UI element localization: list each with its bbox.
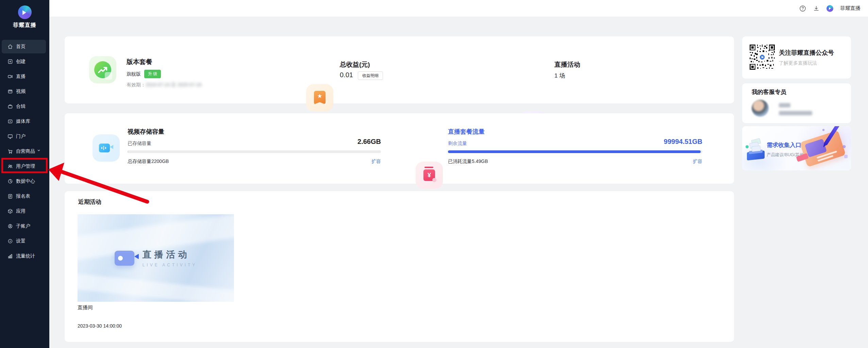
sidebar-menu: 首页 创建 直播 视频 合辑 媒体库 门户 自营商品 xyxy=(0,39,49,264)
sidebar-item-label: 视频 xyxy=(16,88,26,95)
sidebar-item-subaccount[interactable]: 子账户 xyxy=(0,219,49,234)
cover-title: 直播活动 xyxy=(143,249,197,261)
traffic-wallet-icon: ¥ xyxy=(416,162,443,189)
data-icon xyxy=(7,179,13,184)
recent-activity-title: 近期活动 xyxy=(78,198,101,206)
video-storage-icon xyxy=(93,134,120,162)
sidebar-item-label: 流量统计 xyxy=(16,253,35,259)
sidebar-item-label: 报名表 xyxy=(16,193,30,199)
header-user-name[interactable]: 菲耀直播 xyxy=(840,5,861,12)
revenue-value: 0.01 xyxy=(340,71,353,79)
sidebar-item-goods[interactable]: 自营商品 xyxy=(0,144,49,159)
sidebar-item-home[interactable]: 首页 xyxy=(0,39,49,54)
media-library-icon xyxy=(7,119,13,124)
activity-title: 直播活动 xyxy=(554,60,580,69)
home-icon xyxy=(7,44,13,49)
service-avatar xyxy=(752,100,769,117)
revenue-detail-button[interactable]: 收益明细 xyxy=(358,71,383,80)
traffic-expand-link[interactable]: 扩容 xyxy=(448,159,702,165)
video-progress-bar xyxy=(128,150,381,153)
subaccount-icon xyxy=(7,223,13,229)
chevron-down-icon xyxy=(37,149,43,154)
activity-count: 1 场 xyxy=(554,72,565,80)
sidebar-item-label: 用户管理 xyxy=(16,163,35,169)
sidebar-item-label: 首页 xyxy=(16,44,26,50)
revenue-star-icon: ★ ✓ xyxy=(306,84,333,111)
sidebar-item-label: 子账户 xyxy=(16,223,30,229)
sidebar-item-portal[interactable]: 门户 xyxy=(0,129,49,144)
sidebar-item-user-management[interactable]: 用户管理 xyxy=(0,159,49,174)
revenue-title: 总收益(元) xyxy=(340,60,370,69)
sidebar-item-label: 门户 xyxy=(16,133,26,139)
goods-icon xyxy=(7,149,13,154)
traffic-icon xyxy=(7,253,13,259)
feedback-title: 需求收集入口 xyxy=(767,141,801,149)
official-account-card: 关注菲耀直播公众号 了解更多直播玩法 xyxy=(742,36,851,79)
settings-icon xyxy=(7,238,13,244)
sidebar-item-settings[interactable]: 设置 xyxy=(0,234,49,249)
app-logo: 菲耀直播 xyxy=(0,0,49,29)
upgrade-button[interactable]: 升 级 xyxy=(144,70,161,78)
overview-card: 版本套餐 旗舰版升 级 有效期：2024-07-24 至 2025-07-24 … xyxy=(65,36,734,103)
sidebar-item-live[interactable]: 直播 xyxy=(0,69,49,84)
sidebar-item-form[interactable]: 报名表 xyxy=(0,189,49,204)
album-icon xyxy=(7,104,13,109)
sidebar-item-data-center[interactable]: 数据中心 xyxy=(0,174,49,189)
sidebar-item-label: 创建 xyxy=(16,59,26,65)
top-header: 菲耀直播 xyxy=(49,0,868,17)
activity-time: 2023-03-30 14:00:00 xyxy=(78,323,122,329)
activity-cover[interactable]: 直播活动 LIVE ACTIVITY xyxy=(78,214,234,302)
service-title: 我的客服专员 xyxy=(752,88,786,96)
activity-name[interactable]: 直播间 xyxy=(78,304,93,311)
video-expand-link[interactable]: 扩容 xyxy=(128,159,381,165)
sidebar-item-video[interactable]: 视频 xyxy=(0,84,49,99)
video-storage-title: 视频存储容量 xyxy=(128,128,164,136)
traffic-remain-value: 99994.51GB xyxy=(448,138,702,146)
download-icon[interactable] xyxy=(813,5,820,12)
validity-value: 2024-07-24 至 2025-07-24 xyxy=(146,82,202,87)
video-used-value: 2.66GB xyxy=(128,138,381,146)
qr-subtitle: 了解更多直播玩法 xyxy=(779,60,817,66)
customer-service-card: 我的客服专员 xyxy=(742,83,851,123)
apps-icon xyxy=(7,209,13,214)
sidebar-item-label: 合辑 xyxy=(16,103,26,110)
sidebar-item-create[interactable]: 创建 xyxy=(0,54,49,69)
portal-icon xyxy=(7,134,13,139)
sidebar-item-traffic-stats[interactable]: 流量统计 xyxy=(0,249,49,264)
sidebar-item-label: 自营商品 xyxy=(16,148,35,154)
sidebar-item-label: 数据中心 xyxy=(16,178,35,184)
app-logo-text: 菲耀直播 xyxy=(13,22,36,29)
traffic-progress-bar xyxy=(448,150,702,153)
sidebar-item-label: 媒体库 xyxy=(16,118,30,125)
create-icon xyxy=(7,59,13,64)
validity-label: 有效期： xyxy=(127,82,146,87)
sidebar-item-media-library[interactable]: 媒体库 xyxy=(0,114,49,129)
sidebar-item-album[interactable]: 合辑 xyxy=(0,99,49,114)
qr-code xyxy=(749,44,775,70)
recent-activity-card: 近期活动 直播活动 LIVE ACTIVITY 直播间 2023-03-30 1… xyxy=(65,191,734,342)
sidebar-item-apps[interactable]: 应用 xyxy=(0,204,49,219)
check-glyph: ✓ xyxy=(322,99,330,108)
qr-title: 关注菲耀直播公众号 xyxy=(779,49,834,57)
service-name-blurred xyxy=(779,103,790,107)
form-icon xyxy=(7,194,13,199)
storage-card: 视频存储容量 已存储容量 2.66GB 总存储容量2200GB 扩容 ¥ 直播套… xyxy=(65,113,734,184)
users-icon xyxy=(7,164,13,169)
service-phone-blurred xyxy=(779,111,812,115)
plan-level: 旗舰版 xyxy=(127,71,141,77)
traffic-title[interactable]: 直播套餐流量 xyxy=(448,128,485,136)
sidebar: 菲耀直播 首页 创建 直播 视频 合辑 媒体库 门户 xyxy=(0,0,49,348)
video-icon xyxy=(7,89,13,94)
cover-camera-icon xyxy=(115,251,134,266)
plan-title: 版本套餐 xyxy=(127,57,152,66)
app-logo-icon xyxy=(18,5,32,19)
feedback-entry-card[interactable]: 需求收集入口 产品建议/BUG/其他 xyxy=(742,126,851,170)
cover-subtitle: LIVE ACTIVITY xyxy=(143,263,197,267)
sidebar-item-label: 设置 xyxy=(16,238,26,244)
help-icon[interactable] xyxy=(799,5,806,12)
user-avatar-logo[interactable] xyxy=(827,5,833,12)
feedback-printer-illustration xyxy=(746,138,767,161)
plan-trend-icon xyxy=(89,56,116,83)
live-icon xyxy=(7,74,13,79)
sidebar-item-label: 直播 xyxy=(16,73,26,80)
